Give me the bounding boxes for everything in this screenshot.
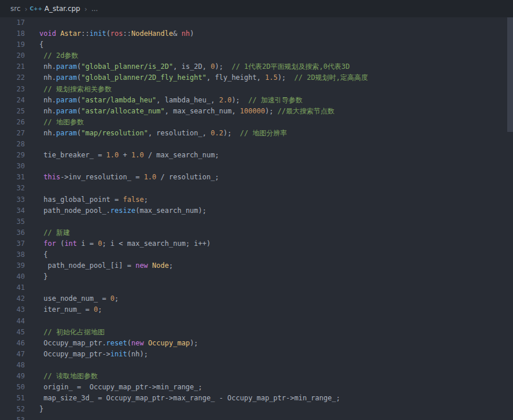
line-number[interactable]: 20 (0, 50, 25, 61)
token-pl: / max_search_num; (144, 151, 219, 159)
code-text: iter_num_ = 0; (25, 304, 102, 315)
code-line[interactable]: 26 // 地图参数 (0, 117, 513, 128)
line-number[interactable]: 23 (0, 84, 25, 95)
line-number[interactable]: 27 (0, 128, 25, 139)
code-line[interactable]: 52} (0, 404, 513, 415)
token-pl: ); (265, 107, 273, 115)
token-pl: } (39, 405, 43, 413)
code-line[interactable]: 48 (0, 360, 513, 371)
line-number[interactable]: 42 (0, 293, 25, 304)
line-number[interactable]: 22 (0, 72, 25, 83)
line-number[interactable]: 39 (0, 260, 25, 271)
code-line[interactable]: 39 path_node_pool_[i] = new Node; (0, 260, 513, 271)
breadcrumb-folder[interactable]: src (10, 5, 21, 13)
code-line[interactable]: 24 nh.param("astar/lambda_heu", lambda_h… (0, 95, 513, 106)
breadcrumb-symbol-ellipsis[interactable]: ... (91, 5, 98, 13)
code-line[interactable]: 23 // 规划搜索相关参数 (0, 84, 513, 95)
line-number[interactable]: 41 (0, 282, 25, 293)
line-number[interactable]: 28 (0, 139, 25, 150)
token-num: 0.2 (211, 129, 223, 137)
token-cmt: // 初始化占据地图 (43, 328, 105, 336)
code-line[interactable]: 49 // 读取地图参数 (0, 371, 513, 382)
code-line[interactable]: 20 // 2d参数 (0, 50, 513, 61)
token-pl: , lambda_heu_, (156, 96, 219, 104)
code-line[interactable]: 51 map_size_3d_ = Occupy_map_ptr->max_ra… (0, 393, 513, 404)
code-text (25, 415, 39, 420)
line-number[interactable]: 34 (0, 205, 25, 216)
token-fn: reset (106, 339, 127, 347)
code-line[interactable]: 36 // 新建 (0, 227, 513, 238)
line-number[interactable]: 29 (0, 150, 25, 161)
line-number[interactable]: 35 (0, 216, 25, 227)
line-number[interactable]: 19 (0, 39, 25, 50)
code-line[interactable]: 27 nh.param("map/resolution", resolution… (0, 128, 513, 139)
token-str: "astar/lambda_heu" (81, 96, 156, 104)
token-str: "global_planner/is_2D" (81, 62, 173, 71)
line-number[interactable]: 40 (0, 271, 25, 282)
breadcrumb-file[interactable]: A_star.cpp (45, 5, 80, 13)
code-line[interactable]: 25 nh.param("astar/allocate_num", max_se… (0, 106, 513, 117)
line-number[interactable]: 51 (0, 393, 25, 404)
code-line[interactable]: 47 Occupy_map_ptr->init(nh); (0, 349, 513, 360)
line-number[interactable]: 17 (0, 17, 25, 28)
line-number[interactable]: 31 (0, 172, 25, 183)
code-line[interactable]: 19{ (0, 39, 513, 50)
code-line[interactable]: 31 this->inv_resolution_ = 1.0 / resolut… (0, 172, 513, 183)
line-number[interactable]: 43 (0, 304, 25, 315)
code-text (25, 216, 39, 227)
code-line[interactable]: 22 nh.param("global_planner/2D_fly_heigh… (0, 72, 513, 83)
line-number[interactable]: 38 (0, 249, 25, 260)
code-line[interactable]: 45 // 初始化占据地图 (0, 327, 513, 338)
line-number[interactable]: 26 (0, 117, 25, 128)
token-pl: ; (98, 305, 102, 314)
code-line[interactable]: 32 (0, 183, 513, 194)
code-line[interactable]: 37 for (int i = 0; i < max_search_num; i… (0, 238, 513, 249)
code-line[interactable]: 21 nh.param("global_planner/is_2D", is_2… (0, 61, 513, 72)
line-number[interactable]: 18 (0, 28, 25, 39)
code-line[interactable]: 29 tie_breaker_ = 1.0 + 1.0 / max_search… (0, 150, 513, 161)
line-number[interactable]: 24 (0, 95, 25, 106)
line-number[interactable]: 25 (0, 106, 25, 117)
line-number[interactable]: 50 (0, 382, 25, 393)
token-pl: ( (56, 240, 64, 248)
line-number[interactable]: 53 (0, 415, 25, 420)
line-number[interactable]: 44 (0, 316, 25, 327)
token-pl: ); (278, 73, 286, 82)
code-text: origin_ = Occupy_map_ptr->min_range_; (25, 382, 202, 393)
line-number[interactable]: 46 (0, 338, 25, 349)
line-number[interactable]: 47 (0, 349, 25, 360)
code-line[interactable]: 46 Occupy_map_ptr.reset(new Occupy_map); (0, 338, 513, 349)
code-line[interactable]: 40 } (0, 271, 513, 282)
token-kw: void (39, 30, 56, 38)
code-line[interactable]: 17 (0, 17, 513, 28)
code-line[interactable]: 43 iter_num_ = 0; (0, 304, 513, 315)
code-line[interactable]: 50 origin_ = Occupy_map_ptr->min_range_; (0, 382, 513, 393)
line-number[interactable]: 33 (0, 194, 25, 205)
line-number[interactable]: 30 (0, 161, 25, 172)
chevron-right-icon: › (25, 5, 28, 13)
code-line[interactable]: 30 (0, 161, 513, 172)
code-line[interactable]: 38 { (0, 249, 513, 260)
line-number[interactable]: 36 (0, 227, 25, 238)
line-number[interactable]: 45 (0, 327, 25, 338)
code-line[interactable]: 18void Astar::init(ros::NodeHandle& nh) (0, 28, 513, 39)
code-line[interactable]: 28 (0, 139, 513, 150)
code-line[interactable]: 35 (0, 216, 513, 227)
token-type: Node (152, 261, 169, 270)
code-line[interactable]: 34 path_node_pool_.resize(max_search_num… (0, 205, 513, 216)
scrollbar-thumb[interactable] (507, 17, 513, 132)
line-number[interactable]: 21 (0, 61, 25, 72)
code-line[interactable]: 53 (0, 415, 513, 420)
code-line[interactable]: 33 has_global_point = false; (0, 194, 513, 205)
token-num: 0 (110, 294, 115, 303)
code-line[interactable]: 41 (0, 282, 513, 293)
code-line[interactable]: 44 (0, 316, 513, 327)
line-number[interactable]: 52 (0, 404, 25, 415)
line-number[interactable]: 48 (0, 360, 25, 371)
code-area[interactable]: 1718void Astar::init(ros::NodeHandle& nh… (0, 17, 513, 420)
line-number[interactable]: 37 (0, 238, 25, 249)
line-number[interactable]: 49 (0, 371, 25, 382)
line-number[interactable]: 32 (0, 183, 25, 194)
vertical-scrollbar[interactable] (507, 17, 513, 420)
code-line[interactable]: 42 use_node_num_ = 0; (0, 293, 513, 304)
